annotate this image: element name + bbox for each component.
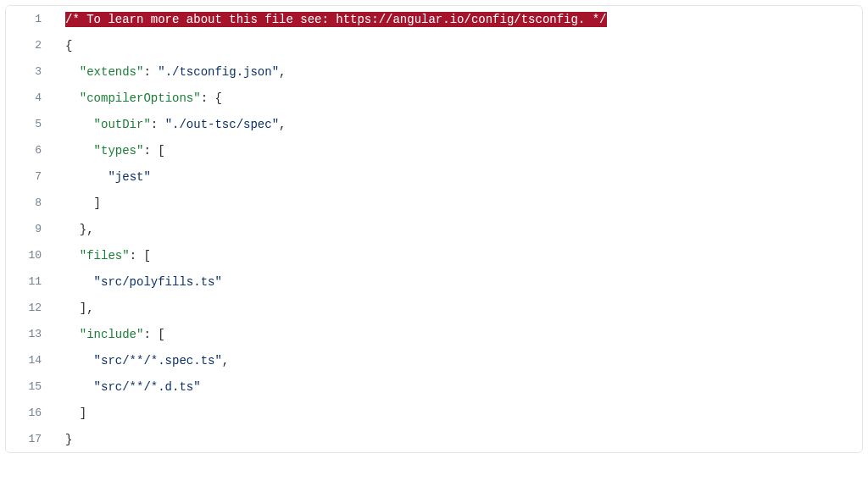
punct-token: : (143, 144, 158, 158)
code-line: 12 ], (6, 295, 862, 321)
code-content[interactable]: "files": [ (53, 242, 862, 268)
bracket-token: ] (80, 301, 86, 315)
punct-token: , (86, 301, 93, 315)
line-number: 13 (6, 321, 53, 347)
code-line: 7 "jest" (6, 163, 862, 190)
code-line: 3 "extends": "./tsconfig.json", (6, 58, 862, 85)
line-number: 1 (6, 6, 53, 32)
code-line: 15 "src/**/*.d.ts" (6, 373, 862, 400)
line-number: 2 (6, 32, 53, 58)
code-line: 13 "include": [ (6, 321, 862, 347)
code-content[interactable]: "include": [ (53, 321, 862, 347)
code-content[interactable]: "src/**/*.d.ts" (53, 373, 862, 400)
code-line: 11 "src/polyfills.ts" (6, 268, 862, 295)
code-line: 17 } (6, 426, 862, 452)
code-line: 1 /* To learn more about this file see: … (6, 6, 862, 32)
code-content[interactable]: ] (53, 190, 862, 216)
bracket-token: [ (143, 249, 150, 263)
code-content[interactable]: "compilerOptions": { (53, 85, 862, 111)
line-number: 3 (6, 58, 53, 85)
line-number: 10 (6, 242, 53, 268)
key-token: "compilerOptions" (80, 91, 201, 105)
line-number: 15 (6, 373, 53, 400)
line-number: 6 (6, 137, 53, 163)
code-content[interactable]: ], (53, 295, 862, 321)
line-number: 9 (6, 216, 53, 242)
code-content[interactable]: ] (53, 400, 862, 426)
code-line: 4 "compilerOptions": { (6, 85, 862, 111)
brace-token: } (80, 223, 86, 236)
code-editor-panel: 1 /* To learn more about this file see: … (5, 5, 863, 453)
code-line: 9 }, (6, 216, 862, 242)
punct-token: : (143, 328, 158, 341)
bracket-token: ] (80, 406, 86, 420)
string-token: "src/polyfills.ts" (94, 275, 222, 289)
punct-token: , (279, 118, 286, 131)
code-content[interactable]: }, (53, 216, 862, 242)
code-line: 14 "src/**/*.spec.ts", (6, 347, 862, 373)
string-token: "jest" (108, 170, 150, 184)
code-line: 10 "files": [ (6, 242, 862, 268)
line-number: 5 (6, 111, 53, 137)
code-content[interactable]: /* To learn more about this file see: ht… (53, 6, 862, 32)
code-content[interactable]: "outDir": "./out-tsc/spec", (53, 111, 862, 137)
code-line: 5 "outDir": "./out-tsc/spec", (6, 111, 862, 137)
code-line: 8 ] (6, 190, 862, 216)
string-token: "./out-tsc/spec" (165, 118, 279, 131)
key-token: "types" (94, 144, 144, 158)
code-content[interactable]: "src/polyfills.ts" (53, 268, 862, 295)
bracket-token: ] (94, 196, 101, 210)
code-content[interactable]: "jest" (53, 163, 862, 190)
punct-token: : (201, 91, 215, 105)
code-content[interactable]: "types": [ (53, 137, 862, 163)
bracket-token: [ (158, 328, 164, 341)
code-line: 6 "types": [ (6, 137, 862, 163)
string-token: "src/**/*.d.ts" (94, 380, 201, 394)
code-content[interactable]: } (53, 426, 862, 452)
string-token: "src/**/*.spec.ts" (94, 354, 222, 368)
line-number: 11 (6, 268, 53, 295)
punct-token: , (222, 354, 229, 368)
code-content[interactable]: "src/**/*.spec.ts", (53, 347, 862, 373)
bracket-token: [ (158, 144, 164, 158)
line-number: 12 (6, 295, 53, 321)
punct-token: , (279, 65, 286, 79)
brace-token: { (65, 39, 72, 53)
key-token: "files" (80, 249, 130, 263)
key-token: "outDir" (94, 118, 151, 131)
code-table: 1 /* To learn more about this file see: … (6, 6, 862, 452)
line-number: 7 (6, 163, 53, 190)
key-token: "include" (80, 328, 144, 341)
punct-token: , (86, 223, 93, 236)
code-content[interactable]: { (53, 32, 862, 58)
code-line: 2 { (6, 32, 862, 58)
string-token: "./tsconfig.json" (158, 65, 279, 79)
punct-token: : (151, 118, 165, 131)
code-line: 16 ] (6, 400, 862, 426)
punct-token: : (143, 65, 158, 79)
line-number: 8 (6, 190, 53, 216)
code-content[interactable]: "extends": "./tsconfig.json", (53, 58, 862, 85)
line-number: 4 (6, 85, 53, 111)
line-number: 17 (6, 426, 53, 452)
key-token: "extends" (80, 65, 144, 79)
line-number: 14 (6, 347, 53, 373)
brace-token: { (214, 91, 221, 105)
comment-token: /* To learn more about this file see: ht… (65, 12, 607, 27)
brace-token: } (65, 433, 72, 446)
line-number: 16 (6, 400, 53, 426)
punct-token: : (130, 249, 144, 263)
